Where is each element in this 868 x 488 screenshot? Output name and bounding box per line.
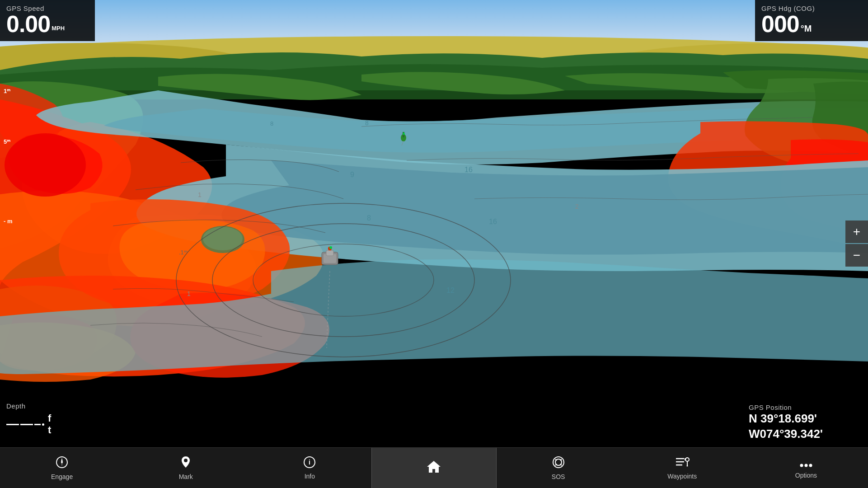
svg-point-32 <box>553 457 564 468</box>
gps-hdg-unit: °M <box>801 24 812 33</box>
nav-item-options[interactable]: Options <box>744 448 868 488</box>
options-label: Options <box>795 472 817 479</box>
nav-item-engage[interactable]: Engage <box>0 448 124 488</box>
nav-item-waypoints[interactable]: Waypoints <box>620 448 744 488</box>
depth-16-top: 16 <box>464 166 473 174</box>
depth-line-indicator <box>6 423 44 426</box>
depth-unit-t: t <box>48 424 51 436</box>
svg-point-16 <box>329 246 332 249</box>
mark-label: Mark <box>179 473 193 480</box>
svg-text:1ᵐ: 1ᵐ <box>4 88 10 94</box>
depth-12: 12 <box>446 286 455 294</box>
svg-marker-25 <box>61 458 63 462</box>
gps-speed-widget: GPS Speed 0.00 MPH <box>0 0 95 41</box>
svg-text:- m: - m <box>4 218 13 225</box>
nav-item-home[interactable] <box>371 448 496 488</box>
nav-item-info[interactable]: i Info <box>248 448 371 488</box>
waypoints-icon <box>675 456 690 471</box>
info-label: Info <box>305 473 315 480</box>
depth-1-bottom: 1 <box>187 290 191 297</box>
svg-marker-26 <box>61 463 63 467</box>
svg-point-46 <box>804 464 807 467</box>
depth-unit-f: f <box>48 413 51 424</box>
sos-icon <box>552 455 565 471</box>
gps-speed-value: 0.00 <box>6 12 50 36</box>
depth-widget: Depth f t <box>0 398 95 447</box>
gps-speed-unit-mph: MPH <box>52 25 65 31</box>
svg-point-43 <box>686 465 688 467</box>
gps-position-lon: W074°39.342' <box>749 427 861 442</box>
info-icon: i <box>303 456 316 471</box>
dash-2 <box>20 424 33 425</box>
home-icon <box>426 460 441 476</box>
svg-point-5 <box>5 133 86 197</box>
nav-bar: Engage Mark i Info <box>0 447 868 488</box>
svg-marker-31 <box>427 461 441 473</box>
gps-speed-unit: MPH <box>52 25 65 31</box>
map-view[interactable]: 9 16 8 16 12 1 2 1 8 8 .1ᵐ 1ᵐ 5ᵐ - m <box>0 0 868 447</box>
svg-point-27 <box>61 461 63 463</box>
svg-rect-44 <box>685 458 685 460</box>
dash-1 <box>6 424 19 425</box>
depth-1-left: 1 <box>198 191 202 198</box>
depth-8: 8 <box>367 214 371 222</box>
depth-9: 9 <box>350 171 354 178</box>
mark-icon <box>179 455 192 471</box>
nav-item-mark[interactable]: Mark <box>124 448 248 488</box>
engage-icon <box>55 455 69 471</box>
svg-text:5ᵐ: 5ᵐ <box>4 138 10 145</box>
gps-position-widget: GPS Position N 39°18.699' W074°39.342' <box>741 399 868 447</box>
gps-hdg-value: 000 <box>761 12 799 36</box>
svg-point-41 <box>685 458 689 461</box>
svg-rect-13 <box>326 250 333 256</box>
depth-8-up: 8 <box>365 119 369 127</box>
options-icon <box>800 457 812 470</box>
nav-item-sos[interactable]: SOS <box>497 448 620 488</box>
gps-position-title: GPS Position <box>749 404 861 411</box>
zoom-controls: + − <box>845 221 868 267</box>
svg-point-47 <box>809 464 812 467</box>
zoom-in-button[interactable]: + <box>845 221 868 243</box>
svg-point-28 <box>184 459 188 462</box>
gps-hdg-widget: GPS Hdg (COG) 000 °M <box>755 0 868 41</box>
depth-2-right: 2 <box>575 203 579 210</box>
dash-3 <box>34 424 41 425</box>
sos-label: SOS <box>552 473 565 480</box>
svg-point-45 <box>800 464 803 467</box>
dash-dot <box>42 423 44 426</box>
depth-point1: .1ᵐ <box>179 249 188 256</box>
engage-label: Engage <box>51 473 73 480</box>
waypoints-label: Waypoints <box>667 473 697 480</box>
svg-text:8: 8 <box>270 120 273 127</box>
zoom-out-button[interactable]: − <box>845 244 868 267</box>
depth-16-mid: 16 <box>489 218 497 225</box>
svg-point-7 <box>203 227 243 250</box>
svg-text:i: i <box>309 459 310 466</box>
depth-title: Depth <box>6 402 89 410</box>
gps-position-lat: N 39°18.699' <box>749 411 861 427</box>
depth-unit: f t <box>48 413 51 436</box>
